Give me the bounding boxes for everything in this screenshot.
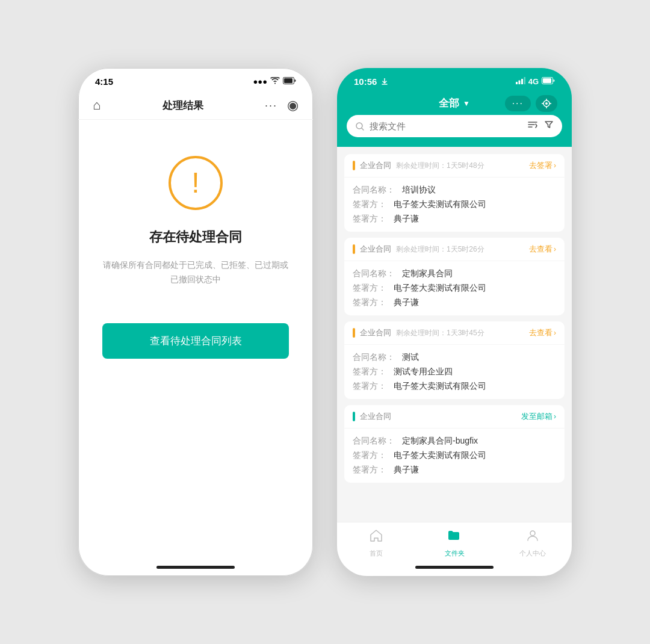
- home-nav-icon: [369, 528, 383, 546]
- header-row: 全部 ▼ ···: [337, 91, 572, 115]
- search-actions: [527, 120, 554, 132]
- send-email-button[interactable]: 发至邮箱 ›: [521, 411, 556, 422]
- search-bar: [347, 115, 562, 137]
- contract-time: 剩余处理时间：1天5时48分: [396, 161, 484, 171]
- warning-circle: !: [169, 156, 223, 210]
- profile-nav-label: 个人中心: [519, 549, 546, 558]
- table-row: 签署方： 测试专用企业四: [353, 367, 556, 377]
- sort-icon[interactable]: [527, 120, 538, 132]
- contract-type: 企业合同: [360, 160, 391, 171]
- svg-rect-7: [543, 78, 551, 83]
- svg-rect-4: [521, 79, 523, 84]
- table-row: 合同名称： 定制家具合同-bugfix: [353, 436, 556, 447]
- svg-rect-1: [284, 78, 292, 83]
- right-status-icons: 4G: [516, 77, 555, 86]
- contract-type: 企业合同: [360, 327, 391, 338]
- left-status-bar: 4:15 ●●●: [78, 68, 313, 91]
- card-body: 合同名称： 培训协议 签署方： 电子签大卖测试有限公司 签署方： 典子谦: [344, 178, 565, 232]
- contract-time: 剩余处理时间：1天5时26分: [396, 244, 484, 255]
- header-actions: ···: [505, 95, 557, 112]
- right-battery-icon: [542, 77, 555, 86]
- left-time: 4:15: [95, 76, 113, 87]
- contract-sign-button[interactable]: 去签署 ›: [529, 160, 556, 171]
- card-header: 企业合同 剩余处理时间：1天5时48分 去签署 ›: [344, 154, 565, 178]
- card-body: 合同名称： 定制家具合同 签署方： 电子签大卖测试有限公司 签署方： 典子谦: [344, 261, 565, 315]
- more-icon[interactable]: ···: [265, 99, 277, 112]
- table-row: 签署方： 典子谦: [353, 297, 556, 308]
- contract-type: 企业合同: [360, 411, 391, 422]
- filter-icon[interactable]: [544, 120, 554, 132]
- search-icon: [355, 122, 365, 131]
- header-title[interactable]: 全部 ▼: [439, 96, 470, 110]
- table-row: 合同名称： 定制家具合同: [353, 268, 556, 279]
- contract-card: 企业合同 剩余处理时间：1天5时48分 去签署 › 合同名称： 培训协议 签署方…: [344, 154, 565, 232]
- contract-card: 企业合同 剩余处理时间：1天5时26分 去查看 › 合同名称： 定制家具合同 签…: [344, 238, 565, 315]
- right-home-indicator: [415, 566, 494, 569]
- svg-rect-5: [524, 77, 525, 84]
- svg-rect-3: [518, 81, 520, 85]
- tag-bar-icon: [353, 328, 355, 338]
- contract-card: 企业合同 发至邮箱 › 合同名称： 定制家具合同-bugfix 签署方： 电子签…: [344, 405, 565, 483]
- nav-profile[interactable]: 个人中心: [494, 528, 572, 558]
- table-row: 签署方： 电子签大卖测试有限公司: [353, 283, 556, 294]
- header-scan-button[interactable]: [536, 95, 557, 112]
- table-row: 签署方： 电子签大卖测试有限公司: [353, 381, 556, 392]
- svg-point-19: [530, 531, 535, 536]
- search-input[interactable]: [370, 121, 522, 131]
- contract-card: 企业合同 剩余处理时间：1天3时45分 去查看 › 合同名称： 测试 签署方： …: [344, 321, 565, 399]
- left-status-icons: ●●●: [253, 77, 296, 86]
- tag-bar-icon: [353, 161, 355, 170]
- contract-list: 企业合同 剩余处理时间：1天5时48分 去签署 › 合同名称： 培训协议 签署方…: [337, 147, 572, 522]
- table-row: 合同名称： 测试: [353, 352, 556, 363]
- svg-rect-2: [516, 82, 518, 84]
- dropdown-arrow-icon: ▼: [463, 99, 470, 108]
- right-phone: 10:56 4G: [337, 68, 572, 576]
- contract-type: 企业合同: [360, 244, 391, 255]
- left-phone: 4:15 ●●●: [78, 68, 313, 576]
- table-row: 合同名称： 培训协议: [353, 185, 556, 196]
- page-title: 处理结果: [162, 99, 203, 113]
- network-type: 4G: [528, 77, 539, 86]
- scan-icon[interactable]: ◉: [287, 98, 299, 113]
- card-body: 合同名称： 测试 签署方： 测试专用企业四 签署方： 电子签大卖测试有限公司: [344, 345, 565, 399]
- table-row: 签署方： 电子签大卖测试有限公司: [353, 199, 556, 210]
- home-indicator: [156, 566, 235, 569]
- nav-home[interactable]: 首页: [337, 528, 415, 558]
- home-icon[interactable]: ⌂: [93, 98, 101, 113]
- left-nav-bar: ⌂ 处理结果 ··· ◉: [78, 91, 313, 120]
- svg-line-15: [362, 128, 364, 130]
- main-title: 存在待处理合同: [149, 228, 242, 246]
- card-header: 企业合同 剩余处理时间：1天3时45分 去查看 ›: [344, 321, 565, 345]
- exclamation-icon: !: [191, 169, 199, 197]
- svg-point-9: [545, 102, 548, 105]
- table-row: 签署方： 典子谦: [353, 465, 556, 475]
- profile-nav-icon: [525, 528, 540, 546]
- contract-view-button[interactable]: 去查看 ›: [529, 244, 556, 255]
- right-signal-icon: [516, 77, 525, 86]
- signal-icon: ●●●: [253, 77, 267, 86]
- home-nav-label: 首页: [370, 549, 383, 558]
- header-more-button[interactable]: ···: [505, 96, 531, 111]
- table-row: 签署方： 典子谦: [353, 214, 556, 224]
- right-status-bar: 10:56 4G: [337, 68, 572, 91]
- sub-text: 请确保所有合同都处于已完成、已拒签、已过期或已撤回状态中: [102, 258, 289, 287]
- card-header: 企业合同 发至邮箱 ›: [344, 405, 565, 429]
- teal-header: 全部 ▼ ···: [337, 91, 572, 147]
- folder-nav-icon: [447, 528, 462, 546]
- nav-folder[interactable]: 文件夹: [415, 528, 494, 558]
- view-list-button[interactable]: 查看待处理合同列表: [102, 323, 289, 359]
- contract-time: 剩余处理时间：1天3时45分: [396, 328, 484, 338]
- main-content: ! 存在待处理合同 请确保所有合同都处于已完成、已拒签、已过期或已撤回状态中 查…: [78, 120, 313, 383]
- card-header: 企业合同 剩余处理时间：1天5时26分 去查看 ›: [344, 238, 565, 261]
- right-time: 10:56: [354, 76, 388, 87]
- wifi-icon: [270, 77, 280, 86]
- tag-bar-icon: [353, 412, 355, 421]
- table-row: 签署方： 电子签大卖测试有限公司: [353, 450, 556, 461]
- folder-nav-label: 文件夹: [445, 549, 465, 558]
- contract-view-button[interactable]: 去查看 ›: [529, 327, 556, 338]
- battery-icon: [283, 77, 296, 86]
- tag-bar-icon: [353, 244, 355, 254]
- card-body: 合同名称： 定制家具合同-bugfix 签署方： 电子签大卖测试有限公司 签署方…: [344, 429, 565, 483]
